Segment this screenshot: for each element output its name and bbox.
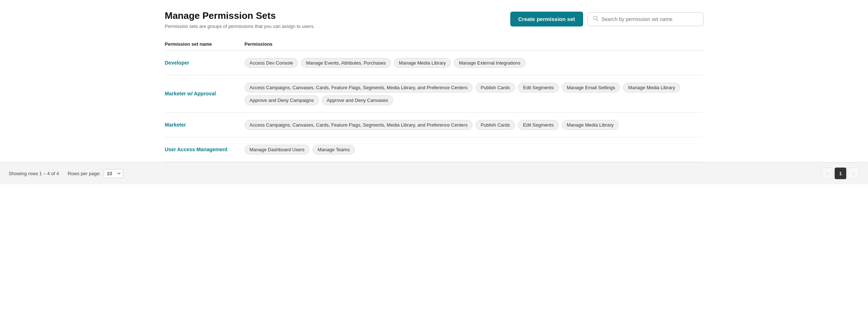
row-name-marketer[interactable]: Marketer [165,122,245,129]
pagination: ‹ 1 › [822,168,859,179]
row-name-marketer-approval[interactable]: Marketer w/ Approval [165,90,245,98]
search-input[interactable] [602,16,698,22]
permission-tag: Publish Cards [475,83,515,92]
footer-left: Showing rows 1 – 4 of 4 Rows per page: 1… [9,169,123,178]
permission-tag: Manage Media Library [623,83,680,92]
table-header: Permission set name Permissions [165,38,703,51]
permission-tag: Manage Dashboard Users [245,145,310,155]
permission-tag: Manage Email Settings [562,83,620,92]
search-icon [593,16,599,23]
rows-per-page-control: Rows per page: 102550100 [68,169,123,178]
prev-page-button[interactable]: ‹ [822,168,833,179]
permission-tag: Edit Segments [518,83,559,92]
permission-tag: Manage External Integrations [454,58,526,68]
header-right: Create permission set [510,12,703,26]
permission-tag: Approve and Deny Campaigns [245,95,319,105]
permissions-cell-user-access: Manage Dashboard UsersManage Teams [245,145,703,155]
permission-tag: Publish Cards [475,120,515,130]
permissions-cell-marketer-approval: Access Campaigns, Canvases, Cards, Featu… [245,83,703,105]
table-body: DeveloperAccess Dev ConsoleManage Events… [165,51,703,162]
create-permission-set-button[interactable]: Create permission set [510,12,583,26]
svg-line-1 [597,19,598,21]
permissions-cell-marketer: Access Campaigns, Canvases, Cards, Featu… [245,120,703,130]
permission-tag: Access Campaigns, Canvases, Cards, Featu… [245,83,473,92]
permission-tag: Manage Teams [312,145,355,155]
table-row: MarketerAccess Campaigns, Canvases, Card… [165,113,703,137]
permission-tag: Access Campaigns, Canvases, Cards, Featu… [245,120,473,130]
page-subtitle: Permission sets are groups of permission… [165,24,315,29]
permission-tag: Manage Events, Attributes, Purchases [301,58,391,68]
page-1-button[interactable]: 1 [835,168,846,179]
chevron-left-icon: ‹ [827,170,828,176]
col-header-permissions: Permissions [245,41,703,47]
permissions-cell-developer: Access Dev ConsoleManage Events, Attribu… [245,58,703,68]
row-name-user-access[interactable]: User Access Management [165,146,245,153]
permission-tag: Approve and Deny Canvases [322,95,393,105]
table-row: Marketer w/ ApprovalAccess Campaigns, Ca… [165,75,703,113]
next-page-button[interactable]: › [848,168,859,179]
permission-tag: Edit Segments [518,120,559,130]
rows-per-page-select[interactable]: 102550100 [104,169,123,178]
page-header: Manage Permission Sets Permission sets a… [165,10,703,29]
search-box [587,12,703,26]
permission-tag: Manage Media Library [562,120,619,130]
table-row: DeveloperAccess Dev ConsoleManage Events… [165,51,703,75]
rows-per-page-label: Rows per page: [68,171,101,176]
table-row: User Access ManagementManage Dashboard U… [165,137,703,162]
permission-tag: Access Dev Console [245,58,298,68]
page-title: Manage Permission Sets [165,10,315,21]
row-name-developer[interactable]: Developer [165,59,245,67]
chevron-right-icon: › [853,170,855,176]
header-left: Manage Permission Sets Permission sets a… [165,10,315,29]
permission-tag: Manage Media Library [394,58,451,68]
col-header-name: Permission set name [165,41,245,47]
showing-rows-text: Showing rows 1 – 4 of 4 [9,171,59,176]
table-footer: Showing rows 1 – 4 of 4 Rows per page: 1… [0,162,868,184]
